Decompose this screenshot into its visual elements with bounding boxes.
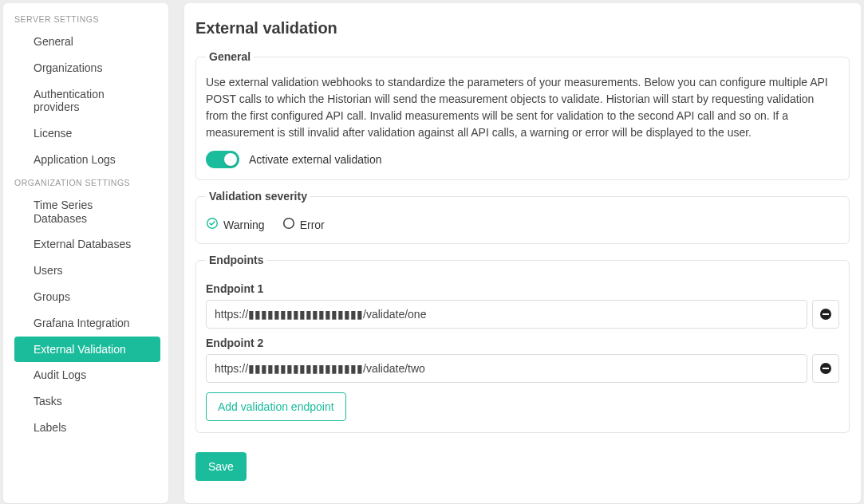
sidebar-item-groups[interactable]: Groups bbox=[14, 284, 160, 310]
save-button[interactable]: Save bbox=[195, 452, 247, 481]
severity-option-error[interactable]: Error bbox=[282, 217, 325, 232]
sidebar-item-users[interactable]: Users bbox=[14, 258, 160, 284]
sidebar-item-time-series-databases[interactable]: Time Series Databases bbox=[14, 192, 160, 232]
svg-rect-3 bbox=[823, 313, 829, 315]
section-general: General Use external validation webhooks… bbox=[195, 50, 850, 180]
remove-circle-icon bbox=[819, 308, 832, 321]
general-description: Use external validation webhooks to stan… bbox=[206, 74, 839, 141]
section-severity: Validation severity Warning bbox=[195, 190, 850, 244]
main-content: External validation General Use external… bbox=[184, 3, 861, 503]
endpoint-1-remove-button[interactable] bbox=[812, 300, 839, 329]
sidebar-item-license[interactable]: License bbox=[14, 120, 160, 147]
section-endpoints-legend: Endpoints bbox=[206, 254, 266, 266]
endpoint-1-label: Endpoint 1 bbox=[206, 282, 839, 295]
app-root: SERVER SETTINGS General Organizations Au… bbox=[0, 0, 864, 504]
sidebar-item-tasks[interactable]: Tasks bbox=[14, 388, 160, 415]
endpoint-2-remove-button[interactable] bbox=[812, 354, 839, 383]
sidebar-header-server: SERVER SETTINGS bbox=[3, 10, 168, 29]
sidebar-item-general[interactable]: General bbox=[14, 29, 160, 55]
severity-error-label: Error bbox=[300, 219, 325, 231]
sidebar-item-authentication-providers[interactable]: Authentication providers bbox=[14, 81, 160, 121]
endpoint-2-label: Endpoint 2 bbox=[206, 337, 839, 349]
activate-external-validation-toggle[interactable] bbox=[206, 151, 239, 168]
endpoint-2-row bbox=[206, 354, 839, 383]
svg-rect-5 bbox=[823, 368, 829, 369]
sidebar: SERVER SETTINGS General Organizations Au… bbox=[3, 3, 168, 503]
section-severity-legend: Validation severity bbox=[206, 190, 310, 203]
sidebar-item-grafana-integration[interactable]: Grafana Integration bbox=[14, 310, 160, 337]
svg-point-1 bbox=[283, 219, 294, 229]
sidebar-item-audit-logs[interactable]: Audit Logs bbox=[14, 362, 160, 388]
sidebar-header-organization: ORGANIZATION SETTINGS bbox=[3, 173, 168, 192]
severity-option-warning[interactable]: Warning bbox=[206, 217, 265, 232]
activate-toggle-label: Activate external validation bbox=[249, 153, 382, 166]
sidebar-item-organizations[interactable]: Organizations bbox=[14, 55, 160, 81]
activate-toggle-row: Activate external validation bbox=[206, 151, 839, 168]
sidebar-item-labels[interactable]: Labels bbox=[14, 415, 160, 441]
severity-warning-label: Warning bbox=[223, 219, 265, 231]
check-circle-icon bbox=[206, 217, 219, 232]
section-endpoints: Endpoints Endpoint 1 Endpoint 2 bbox=[195, 254, 850, 433]
page-title: External validation bbox=[195, 19, 850, 37]
section-general-legend: General bbox=[206, 50, 254, 63]
radio-unchecked-icon bbox=[282, 217, 295, 232]
add-validation-endpoint-button[interactable]: Add validation endpoint bbox=[206, 392, 346, 421]
endpoint-1-input[interactable] bbox=[206, 300, 807, 329]
sidebar-item-external-databases[interactable]: External Databases bbox=[14, 231, 160, 258]
severity-options: Warning Error bbox=[206, 217, 839, 232]
sidebar-item-external-validation[interactable]: External Validation bbox=[14, 337, 160, 363]
endpoint-2-input[interactable] bbox=[206, 354, 807, 383]
endpoint-1-row bbox=[206, 300, 839, 329]
remove-circle-icon bbox=[819, 362, 832, 375]
sidebar-item-application-logs[interactable]: Application Logs bbox=[14, 147, 160, 173]
